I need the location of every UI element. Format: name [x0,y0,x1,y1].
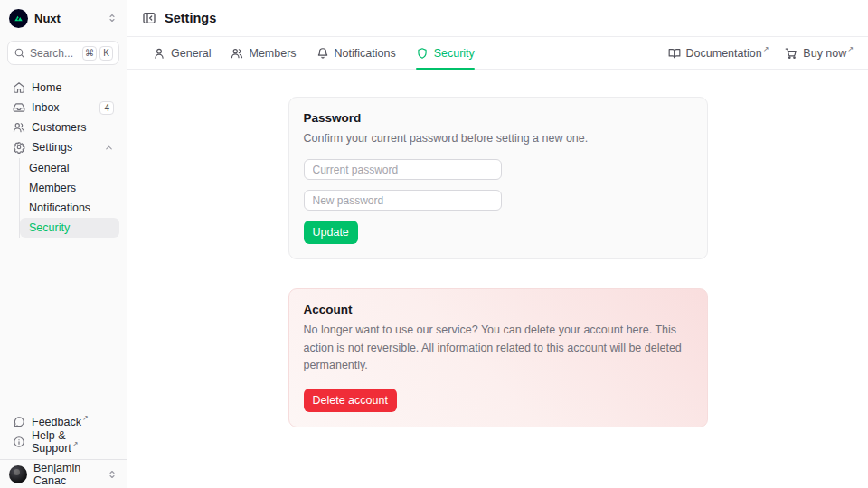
user-name: Benjamin Canac [33,462,100,487]
collapse-sidebar-button[interactable] [142,11,156,25]
sidebar-item-general[interactable]: General [20,158,119,178]
user-menu[interactable]: Benjamin Canac [0,460,127,488]
settings-security-content: Password Confirm your current password b… [127,70,868,488]
account-card: Account No longer want to use our servic… [288,288,708,427]
sidebar: Nuxt Search... ⌘ K Home Inbox 4 [0,0,127,488]
sidebar-nav: Home Inbox 4 Customers Settings Gener [0,69,127,238]
sidebar-item-label: Members [29,182,76,194]
users-icon [13,121,25,134]
team-picker[interactable]: Nuxt [0,0,127,36]
sidebar-item-label: Settings [32,141,98,154]
team-name: Nuxt [34,12,100,25]
external-link-icon: ↗ [763,45,769,53]
sidebar-item-notifications[interactable]: Notifications [20,198,119,218]
inbox-icon [13,101,25,114]
tabs: General Members Notifications Security [153,37,475,69]
tab-label: Members [249,47,296,60]
tab-notifications[interactable]: Notifications [316,37,396,69]
users-icon [231,47,243,60]
page-title: Settings [165,11,216,25]
sidebar-spacer [0,238,127,408]
sidebar-item-label: Home [32,81,114,94]
buy-now-link[interactable]: Buy now↗ [785,47,854,60]
tab-members[interactable]: Members [231,37,296,69]
main-panel: Settings General Members Notifications [127,0,868,488]
tab-label: Notifications [335,47,396,60]
search-input[interactable]: Search... ⌘ K [7,41,119,65]
bell-icon [316,47,329,60]
sidebar-item-label: Help & Support↗ [32,429,114,455]
password-card: Password Confirm your current password b… [288,97,708,259]
external-link-icon: ↗ [72,440,79,448]
inbox-count-badge: 4 [99,101,114,115]
current-password-field[interactable] [304,159,502,180]
info-circle-icon [13,436,25,448]
tab-label: Security [434,47,475,60]
external-link-icon: ↗ [82,414,89,422]
sidebar-item-label: Customers [32,121,114,134]
external-link-icon: ↗ [847,45,854,53]
delete-account-button[interactable]: Delete account [304,389,397,412]
chevron-up-down-icon [107,13,118,23]
link-label: Buy now↗ [803,47,854,60]
chevron-up-icon [104,143,114,153]
panel-left-close-icon [142,11,156,25]
book-open-icon [668,47,681,60]
page-header: Settings [127,0,868,37]
chevron-up-down-icon [107,469,118,480]
shopping-cart-icon [785,47,797,60]
card-title: Password [304,111,693,125]
card-description: No longer want to use our service? You c… [304,322,693,374]
sidebar-item-label: Notifications [29,202,90,214]
chat-bubble-icon [13,416,25,428]
search-shortcut: ⌘ K [82,46,113,61]
sidebar-item-members[interactable]: Members [20,178,119,198]
avatar [9,465,27,483]
sidebar-item-label: Security [29,221,70,234]
app-window: Nuxt Search... ⌘ K Home Inbox 4 [0,0,868,488]
sidebar-item-home[interactable]: Home [7,78,119,98]
sidebar-item-security[interactable]: Security [20,218,119,238]
sidebar-item-label: General [29,162,69,174]
home-icon [13,81,25,94]
new-password-field[interactable] [304,190,502,211]
tabbar: General Members Notifications Security [127,37,868,70]
tab-general[interactable]: General [153,37,211,69]
sidebar-item-label: Inbox [32,101,93,114]
search-icon [14,47,25,59]
search-placeholder: Search... [30,47,78,60]
gear-icon [13,141,25,154]
tab-security[interactable]: Security [416,37,475,69]
shield-icon [416,47,429,60]
tab-label: General [171,47,211,60]
nuxt-logo-icon [9,9,28,28]
kbd-k: K [99,46,113,61]
sidebar-item-help-support[interactable]: Help & Support↗ [7,432,119,452]
settings-subnav: General Members Notifications Security [19,158,119,238]
user-icon [153,47,165,60]
kbd-command: ⌘ [82,46,97,61]
documentation-link[interactable]: Documentation↗ [668,47,769,60]
update-password-button[interactable]: Update [304,221,358,244]
sidebar-item-inbox[interactable]: Inbox 4 [7,98,119,117]
card-description: Confirm your current password before set… [304,130,693,147]
link-label: Documentation↗ [686,47,769,60]
sidebar-item-customers[interactable]: Customers [7,117,119,137]
sidebar-item-settings[interactable]: Settings [7,137,119,157]
card-title: Account [304,303,693,316]
sidebar-item-label: Feedback↗ [32,416,114,428]
sidebar-footer: Feedback↗ Help & Support↗ [0,408,127,459]
header-links: Documentation↗ Buy now↗ [668,37,854,69]
